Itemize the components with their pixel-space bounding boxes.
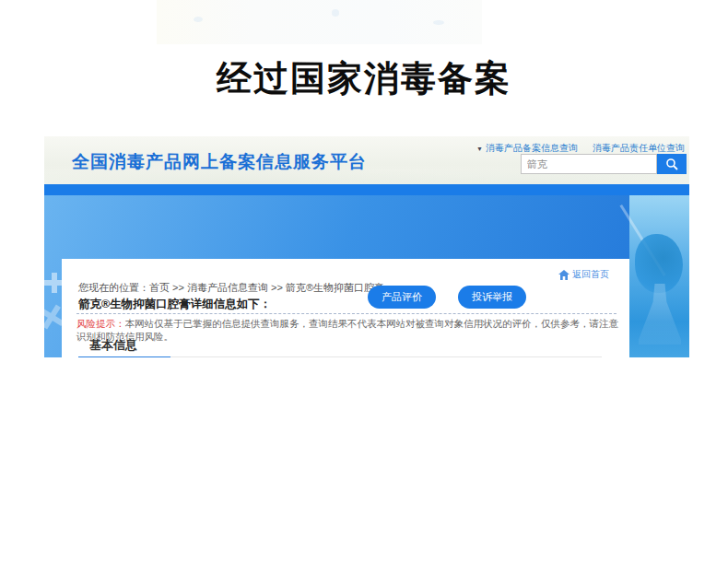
faded-banner-image xyxy=(157,0,482,44)
site-header: 全国消毒产品网上备案信息服务平台 ▼消毒产品备案信息查询 消毒产品责任单位查询 xyxy=(44,136,689,184)
top-nav: ▼消毒产品备案信息查询 消毒产品责任单位查询 xyxy=(476,142,685,155)
search-bar xyxy=(521,154,687,174)
breadcrumb: 您现在的位置：首页 >> 消毒产品信息查询 >> 箭克®生物抑菌口腔膏 xyxy=(78,281,384,295)
risk-text: 本网站仅基于已掌握的信息提供查询服务，查询结果不代表本网站对被查询对象信用状况的… xyxy=(76,318,618,342)
search-input[interactable] xyxy=(521,154,657,174)
section-title: 基本信息 xyxy=(89,337,137,354)
flask-icon xyxy=(639,284,681,345)
page-title: 经过国家消毒备案 xyxy=(0,55,728,102)
nav-bar xyxy=(44,184,689,195)
complaint-report-button[interactable]: 投诉举报 xyxy=(458,286,526,309)
nav-link-unit-query[interactable]: 消毒产品责任单位查询 xyxy=(593,142,685,155)
site-title: 全国消毒产品网上备案信息服务平台 xyxy=(72,150,367,174)
risk-notice: 风险提示：本网站仅基于已掌握的信息提供查询服务，查询结果不代表本网站对被查询对象… xyxy=(76,318,620,344)
dropdown-arrow-icon: ▼ xyxy=(476,146,483,152)
product-review-button[interactable]: 产品评价 xyxy=(368,286,436,309)
lab-photo xyxy=(629,195,689,357)
search-icon xyxy=(665,158,678,170)
detail-heading: 箭克®生物抑菌口腔膏详细信息如下： xyxy=(78,297,271,312)
dashed-divider xyxy=(76,313,616,314)
section-divider xyxy=(78,356,602,357)
page-background-band: 返回首页 您现在的位置：首页 >> 消毒产品信息查询 >> 箭克®生物抑菌口腔膏… xyxy=(44,195,689,357)
home-icon xyxy=(558,270,569,280)
search-button[interactable] xyxy=(657,154,687,174)
back-home-link[interactable]: 返回首页 xyxy=(558,268,609,281)
risk-label: 风险提示： xyxy=(76,318,125,329)
content-card: 返回首页 您现在的位置：首页 >> 消毒产品信息查询 >> 箭克®生物抑菌口腔膏… xyxy=(62,259,629,357)
action-buttons: 产品评价 投诉举报 xyxy=(368,286,526,309)
nav-link-filing-query[interactable]: ▼消毒产品备案信息查询 xyxy=(476,142,578,155)
website-screenshot: 全国消毒产品网上备案信息服务平台 ▼消毒产品备案信息查询 消毒产品责任单位查询 xyxy=(44,136,689,555)
